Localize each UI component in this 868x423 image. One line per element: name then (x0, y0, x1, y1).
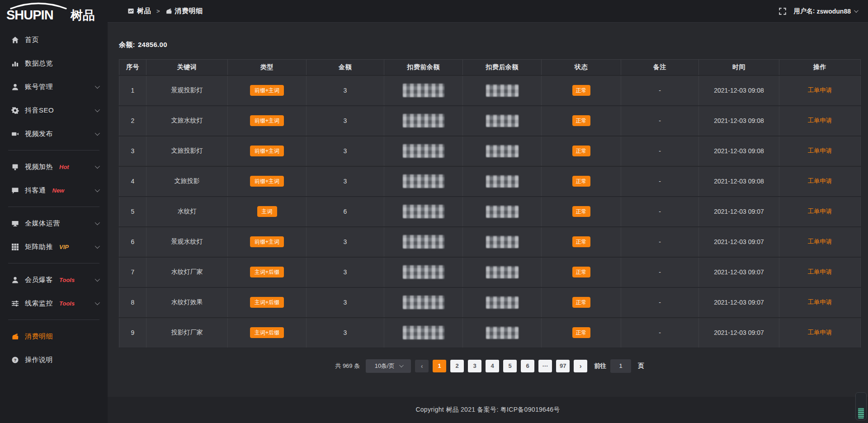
cell-type: 前缀+主词 (228, 106, 307, 136)
page-button-6[interactable]: 6 (521, 360, 534, 372)
sidebar-item-doukotong[interactable]: 抖客通 New (0, 179, 108, 202)
cell-remark: - (621, 318, 699, 348)
sidebar-item-label: 操作说明 (25, 356, 53, 364)
fullscreen-icon[interactable] (778, 7, 787, 15)
redacted-balance-before (403, 265, 444, 279)
status-badge: 正常 (572, 327, 590, 338)
cell-balance-after (463, 136, 542, 166)
sidebar-item-seo[interactable]: 抖音SEO (0, 99, 108, 122)
cell-remark: - (621, 106, 699, 136)
prev-page-button[interactable]: ‹ (415, 360, 429, 372)
cell-index: 4 (119, 166, 146, 197)
page-size-value: 10条/页 (375, 362, 395, 370)
page-button-2[interactable]: 2 (450, 360, 464, 372)
sidebar-divider (8, 320, 99, 320)
work-order-link[interactable]: 工单申请 (808, 117, 832, 124)
heat-icon (11, 163, 19, 171)
cell-amount: 3 (307, 257, 384, 287)
column-header-7: 备注 (621, 60, 699, 75)
page-button-3[interactable]: 3 (468, 360, 481, 372)
cell-balance-after (463, 166, 542, 197)
sidebar-item-help[interactable]: ? 操作说明 (0, 348, 108, 371)
sidebar-item-media[interactable]: 全媒体运营 (0, 212, 108, 235)
chevron-down-icon (95, 244, 100, 249)
work-order-link[interactable]: 工单申请 (808, 238, 832, 245)
page-jump-input[interactable] (610, 359, 631, 373)
cell-status: 正常 (542, 197, 621, 227)
sidebar-item-account[interactable]: 账号管理 (0, 75, 108, 99)
breadcrumb-current[interactable]: 消费明细 (165, 7, 203, 15)
redacted-balance-before (403, 205, 444, 218)
sidebar-item-label: 矩阵助推 (25, 243, 53, 251)
page-button-97[interactable]: 97 (556, 360, 570, 372)
cell-balance-before (384, 318, 463, 348)
sidebar-item-member[interactable]: 会员爆客 Tools (0, 268, 108, 291)
work-order-link[interactable]: 工单申请 (808, 268, 832, 275)
sidebar-item-matrix[interactable]: 矩阵助推 VIP (0, 235, 108, 258)
consume-icon (11, 333, 19, 340)
table-row: 5 水纹灯 主词 6 正常 - 2021-12-03 09:07 工单申请 (119, 197, 861, 227)
sidebar-divider (8, 263, 99, 263)
table-row: 9 投影灯厂家 主词+后缀 3 正常 - 2021-12-03 09:07 工单… (119, 318, 861, 348)
side-widget[interactable] (855, 392, 867, 420)
sidebar-item-consume[interactable]: 消费明细 (0, 324, 108, 348)
cell-balance-before (384, 287, 463, 318)
page-button-5[interactable]: 5 (503, 360, 517, 372)
cell-keyword: 景观投影灯 (146, 75, 228, 106)
sidebar-item-label: 数据总览 (25, 59, 53, 68)
sliders-icon (11, 300, 19, 307)
page-button-1-active[interactable]: 1 (433, 360, 446, 372)
work-order-link[interactable]: 工单申请 (808, 329, 832, 336)
cell-index: 6 (119, 227, 146, 257)
cell-status: 正常 (542, 257, 621, 287)
sidebar-item-tag: Tools (59, 300, 75, 307)
work-order-link[interactable]: 工单申请 (808, 178, 832, 184)
cell-remark: - (621, 197, 699, 227)
sidebar-menu: 首页 数据总览 账号管理 抖音SEO 视频发布 视频加热 Hot 抖客通 New… (0, 24, 108, 371)
sidebar-item-label: 全媒体运营 (25, 219, 60, 228)
redacted-balance-before (403, 235, 444, 249)
cell-time: 2021-12-03 09:08 (699, 75, 779, 106)
cell-balance-after (463, 75, 542, 106)
cell-time: 2021-12-03 09:07 (699, 287, 779, 318)
sidebar-item-clue[interactable]: 线索监控 Tools (0, 291, 108, 315)
column-header-5: 扣费后余额 (463, 60, 542, 75)
grid-icon (11, 243, 19, 251)
sidebar-item-tag: New (52, 187, 65, 194)
sidebar-item-home[interactable]: 首页 (0, 28, 108, 52)
cell-status: 正常 (542, 136, 621, 166)
cell-time: 2021-12-03 09:07 (699, 318, 779, 348)
chevron-down-icon (95, 164, 100, 169)
table-row: 6 景观水纹灯 前缀+主词 3 正常 - 2021-12-03 09:07 工单… (119, 227, 861, 257)
column-header-8: 时间 (699, 60, 779, 75)
work-order-link[interactable]: 工单申请 (808, 87, 832, 94)
cell-balance-before (384, 106, 463, 136)
work-order-link[interactable]: 工单申请 (808, 147, 832, 154)
help-icon: ? (11, 356, 19, 364)
sidebar-item-tag: VIP (59, 244, 69, 250)
breadcrumb-home[interactable]: 树品 (127, 7, 151, 15)
brand-logo-text: SHUPIN (6, 8, 53, 22)
sidebar-item-publish[interactable]: 视频发布 (0, 122, 108, 146)
side-widget-stripes (858, 408, 864, 418)
sidebar-item-tag: Tools (59, 277, 75, 283)
brand-logo-graphic: SHUPIN 树品 (5, 1, 100, 23)
sidebar-item-overview[interactable]: 数据总览 (0, 52, 108, 75)
user-menu[interactable]: 用户名: zswodun88 (794, 7, 857, 15)
redacted-balance-after (486, 145, 519, 157)
page-button-4[interactable]: 4 (486, 360, 499, 372)
next-page-button[interactable]: › (574, 360, 587, 372)
page-ellipsis-button[interactable]: ··· (538, 360, 552, 372)
sidebar-item-heat[interactable]: 视频加热 Hot (0, 155, 108, 179)
redacted-balance-after (486, 327, 519, 339)
table-row: 8 水纹灯效果 主词+后缀 3 正常 - 2021-12-03 09:07 工单… (119, 287, 861, 318)
cell-amount: 3 (307, 75, 384, 106)
cell-balance-before (384, 166, 463, 197)
type-badge: 主词+后缀 (250, 327, 284, 338)
redacted-balance-after (486, 206, 519, 218)
status-badge: 正常 (572, 206, 590, 217)
work-order-link[interactable]: 工单申请 (808, 208, 832, 215)
work-order-link[interactable]: 工单申请 (808, 299, 832, 306)
page-size-select[interactable]: 10条/页 (366, 359, 411, 373)
cell-action: 工单申请 (779, 227, 861, 257)
